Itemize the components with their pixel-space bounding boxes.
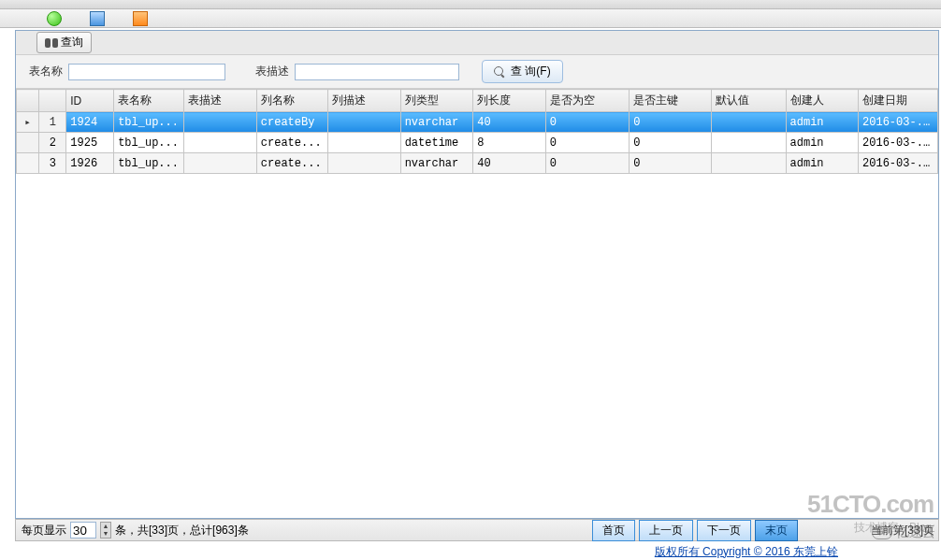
cell-isnull[interactable]: 0 <box>545 133 630 153</box>
blue-square-icon[interactable] <box>90 11 105 26</box>
spinner-up-icon[interactable]: ▲ <box>101 523 110 530</box>
pager-nav: 首页 上一页 下一页 末页 <box>592 520 798 541</box>
tbdesc-label: 表描述 <box>255 64 289 79</box>
cell-isnull[interactable]: 0 <box>545 112 630 133</box>
tbname-label: 表名称 <box>29 64 63 79</box>
cell-id[interactable]: 1924 <box>66 112 114 133</box>
cell-default[interactable] <box>711 112 786 133</box>
table-row[interactable]: 11924tbl_up...createBynvarchar4000admin2… <box>17 112 938 133</box>
cell-coltype[interactable]: nvarchar <box>400 112 473 133</box>
pager: 每页显示 ▲ ▼ 条，共[33]页，总计[963]条 首页 上一页 下一页 末页… <box>15 519 939 541</box>
cell-cdate[interactable]: 2016-03-... <box>859 133 938 153</box>
cell-isnull[interactable]: 0 <box>545 153 630 174</box>
query-button[interactable]: 查 询(F) <box>482 60 563 83</box>
cell-cdate[interactable]: 2016-03-... <box>859 153 938 174</box>
col-creator[interactable]: 创建人 <box>786 90 859 112</box>
col-tbdesc[interactable]: 表描述 <box>184 90 257 112</box>
tbdesc-input[interactable] <box>295 64 459 80</box>
cell-ispk[interactable]: 0 <box>630 112 711 133</box>
table-row[interactable]: 21925tbl_up...create...datetime800admin2… <box>17 133 938 153</box>
cell-coltype[interactable]: nvarchar <box>400 153 473 174</box>
cell-coldesc[interactable] <box>328 112 401 133</box>
current-page-indicator: 当前第[33]页 <box>871 523 934 538</box>
cell-tbdesc[interactable] <box>184 112 257 133</box>
row-number[interactable]: 2 <box>39 133 66 153</box>
row-marker <box>17 153 39 174</box>
row-marker <box>17 112 39 133</box>
col-colname[interactable]: 列名称 <box>256 90 327 112</box>
row-number[interactable]: 3 <box>39 153 66 174</box>
cell-tbname[interactable]: tbl_up... <box>114 133 184 153</box>
row-number[interactable]: 1 <box>39 112 66 133</box>
cell-colname[interactable]: create... <box>256 153 327 174</box>
col-ispk[interactable]: 是否主键 <box>630 90 711 112</box>
col-cdate[interactable]: 创建日期 <box>859 90 938 112</box>
cell-creator[interactable]: admin <box>786 112 859 133</box>
cell-default[interactable] <box>711 133 786 153</box>
cell-ispk[interactable]: 0 <box>630 133 711 153</box>
last-page-button[interactable]: 末页 <box>755 520 798 541</box>
table-row[interactable]: 31926tbl_up...create...nvarchar4000admin… <box>17 153 938 174</box>
col-isnull[interactable]: 是否为空 <box>545 90 630 112</box>
green-circle-icon[interactable] <box>47 11 62 26</box>
cell-id[interactable]: 1926 <box>66 153 114 174</box>
search-bar: 查询 <box>16 31 938 55</box>
col-collen[interactable]: 列长度 <box>473 90 546 112</box>
data-grid[interactable]: ID 表名称 表描述 列名称 列描述 列类型 列长度 是否为空 是否主键 默认值… <box>16 89 938 518</box>
col-coldesc[interactable]: 列描述 <box>328 90 401 112</box>
cell-creator[interactable]: admin <box>786 153 859 174</box>
next-page-button[interactable]: 下一页 <box>697 520 751 541</box>
col-rownum[interactable] <box>39 90 66 112</box>
cell-tbdesc[interactable] <box>184 133 257 153</box>
cell-colname[interactable]: createBy <box>256 112 327 133</box>
cell-colname[interactable]: create... <box>256 133 327 153</box>
cell-coldesc[interactable] <box>328 133 401 153</box>
col-tbname[interactable]: 表名称 <box>114 90 184 112</box>
search-button[interactable]: 查询 <box>36 32 92 53</box>
per-page-label: 每页显示 <box>22 523 66 538</box>
cell-default[interactable] <box>711 153 786 174</box>
icon-toolbar <box>0 9 941 28</box>
cell-collen[interactable]: 8 <box>473 133 546 153</box>
cell-tbname[interactable]: tbl_up... <box>114 153 184 174</box>
header-row: ID 表名称 表描述 列名称 列描述 列类型 列长度 是否为空 是否主键 默认值… <box>17 90 938 112</box>
col-id[interactable]: ID <box>66 90 114 112</box>
pager-summary: 条，共[33]页，总计[963]条 <box>115 523 249 538</box>
cell-coldesc[interactable] <box>328 153 401 174</box>
cell-id[interactable]: 1925 <box>66 133 114 153</box>
prev-page-button[interactable]: 上一页 <box>639 520 693 541</box>
row-marker <box>17 133 39 153</box>
col-coltype[interactable]: 列类型 <box>400 90 473 112</box>
col-marker[interactable] <box>17 90 39 112</box>
cell-collen[interactable]: 40 <box>473 153 546 174</box>
tbname-input[interactable] <box>68 64 225 80</box>
filter-row: 表名称 表描述 查 询(F) <box>16 55 938 89</box>
cell-tbdesc[interactable] <box>184 153 257 174</box>
orange-block-icon[interactable] <box>133 11 148 26</box>
content-panel: 查询 表名称 表描述 查 询(F) ID <box>15 30 939 519</box>
per-page-input[interactable] <box>70 522 96 538</box>
cell-tbname[interactable]: tbl_up... <box>114 112 184 133</box>
col-default[interactable]: 默认值 <box>711 90 786 112</box>
cell-collen[interactable]: 40 <box>473 112 546 133</box>
spinner-down-icon[interactable]: ▼ <box>101 530 110 538</box>
footer: 版权所有 Copyright © 2016 东莞上铨 <box>0 543 941 560</box>
cell-cdate[interactable]: 2016-03-... <box>859 112 938 133</box>
cell-creator[interactable]: admin <box>786 133 859 153</box>
cell-coltype[interactable]: datetime <box>400 133 473 153</box>
first-page-button[interactable]: 首页 <box>592 520 635 541</box>
search-icon <box>494 66 505 78</box>
copyright-link[interactable]: 版权所有 Copyright © 2016 东莞上铨 <box>655 544 838 560</box>
search-button-label: 查询 <box>61 35 83 50</box>
per-page-spinner[interactable]: ▲ ▼ <box>100 522 111 538</box>
cell-ispk[interactable]: 0 <box>630 153 711 174</box>
top-toolbar <box>0 0 941 9</box>
query-button-label: 查 询(F) <box>511 64 551 79</box>
binoculars-icon <box>45 38 58 48</box>
